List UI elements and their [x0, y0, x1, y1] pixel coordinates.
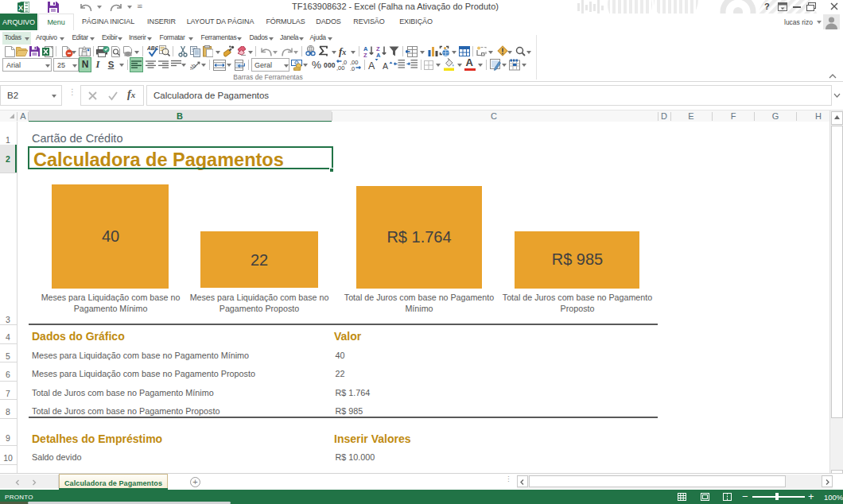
svg-text:ab: ab [190, 62, 198, 70]
svg-text:,00: ,00 [336, 64, 344, 71]
svg-text:X: X [18, 4, 23, 12]
svg-text:,0: ,0 [350, 65, 355, 71]
svg-text:A: A [368, 60, 375, 71]
svg-text:A: A [376, 52, 381, 58]
svg-text:A: A [383, 61, 388, 71]
svg-text:Z: Z [363, 52, 367, 58]
